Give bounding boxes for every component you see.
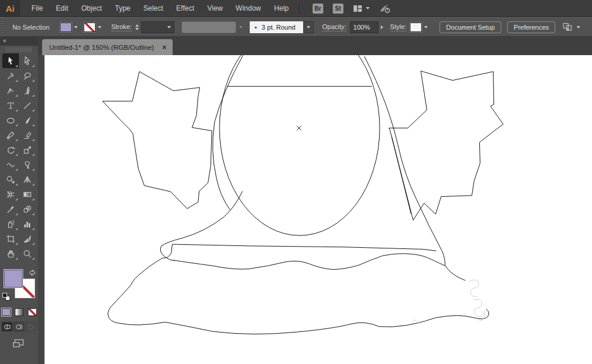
brush-preview-dropdown[interactable] — [182, 21, 236, 33]
chevron-down-icon[interactable] — [239, 26, 243, 28]
none-mode-button[interactable] — [28, 308, 37, 316]
stroke-width-field[interactable] — [141, 21, 174, 33]
left-neck-line — [213, 55, 244, 210]
control-bar-grip[interactable] — [0, 18, 4, 36]
chevron-down-icon[interactable] — [74, 26, 78, 28]
rotate-tool[interactable] — [2, 142, 19, 157]
menu-item-window[interactable]: Window — [229, 0, 268, 17]
hand-tool[interactable] — [2, 246, 19, 261]
fill-swatch[interactable] — [4, 269, 23, 288]
tab-close-icon[interactable]: × — [163, 44, 167, 51]
pencil-tool[interactable] — [2, 127, 19, 142]
screen-mode-button[interactable] — [0, 339, 38, 349]
ghost-squiggle-2 — [473, 299, 485, 317]
shelf-line — [172, 244, 436, 251]
selection-status: No Selection — [12, 24, 49, 31]
panel-collapse-button[interactable]: « — [0, 37, 38, 46]
menu-separator — [299, 3, 300, 14]
menu-item-help[interactable]: Help — [268, 0, 295, 17]
symbol-sprayer-tool[interactable] — [2, 216, 19, 231]
draw-normal-button[interactable] — [2, 322, 12, 331]
menu-items: FileEditObjectTypeSelectEffectViewWindow… — [25, 0, 295, 17]
type-tool[interactable] — [2, 98, 19, 113]
mesh-tool[interactable] — [2, 187, 19, 202]
chevron-down-icon[interactable] — [424, 26, 428, 28]
fill-color-swatch[interactable] — [60, 23, 72, 32]
column-graph-tool[interactable] — [19, 216, 36, 231]
lasso-tool[interactable] — [19, 68, 36, 83]
artboard-tool[interactable] — [2, 231, 19, 246]
menu-item-effect[interactable]: Effect — [170, 0, 200, 17]
panel-grip[interactable] — [6, 47, 32, 52]
workspace-layout-icon[interactable] — [353, 4, 370, 13]
document-tab[interactable]: Untitled-1* @ 150% (RGB/Outline) × — [42, 39, 173, 55]
chevron-down-icon[interactable] — [98, 26, 101, 28]
draw-behind-button[interactable] — [14, 322, 24, 331]
swap-fill-stroke-icon[interactable] — [28, 268, 36, 279]
ellipse-tool[interactable] — [2, 113, 19, 127]
document-tab-bar: Untitled-1* @ 150% (RGB/Outline) × — [38, 37, 592, 55]
chevron-down-icon — [167, 26, 171, 28]
right-star-spike-inner — [392, 137, 410, 213]
line-segment-tool[interactable] — [19, 98, 36, 113]
puppet-warp-tool[interactable] — [19, 157, 36, 172]
tools-panel: « — [0, 37, 38, 364]
preferences-button[interactable]: Preferences — [507, 21, 555, 33]
draw-inside-button[interactable] — [26, 322, 36, 331]
chevron-right-icon[interactable] — [381, 25, 383, 29]
artboard-canvas[interactable] — [44, 55, 592, 364]
brush-chevron-button[interactable] — [303, 21, 314, 33]
inner-wave-line — [173, 254, 445, 270]
document-setup-button[interactable]: Document Setup — [440, 21, 501, 33]
eraser-tool[interactable] — [19, 127, 36, 142]
style-label[interactable]: Style: — [390, 23, 407, 31]
menu-item-edit[interactable]: Edit — [49, 0, 75, 17]
default-fill-stroke-icon[interactable] — [2, 293, 10, 301]
stock-button[interactable]: St — [333, 4, 343, 14]
curvature-tool[interactable] — [2, 83, 19, 98]
gradient-mode-button[interactable] — [15, 308, 24, 316]
arrange-panel-icon[interactable] — [562, 23, 580, 32]
shape-builder-tool[interactable] — [2, 172, 19, 187]
brush-dot-icon: • — [254, 24, 257, 31]
menu-item-file[interactable]: File — [25, 0, 49, 17]
opacity-label[interactable]: Opacity: — [322, 23, 346, 31]
stroke-width-stepper[interactable] — [135, 24, 139, 30]
width-tool[interactable] — [2, 157, 19, 172]
chevron-down-icon — [577, 26, 580, 28]
outline-drawing — [44, 55, 592, 364]
document-tab-title: Untitled-1* @ 150% (RGB/Outline) — [49, 44, 154, 51]
color-mode-button[interactable] — [2, 308, 11, 316]
style-swatch[interactable] — [410, 23, 422, 32]
paintbrush-tool[interactable] — [19, 113, 36, 127]
cs-live-icon[interactable] — [379, 4, 391, 14]
pen-tool[interactable] — [19, 83, 36, 98]
left-flare-curve — [160, 191, 243, 260]
slice-tool[interactable] — [19, 231, 36, 246]
bridge-button[interactable]: Br — [313, 4, 323, 14]
draw-mode-row — [0, 322, 38, 331]
stroke-color-swatch[interactable] — [84, 23, 96, 32]
gradient-tool[interactable] — [19, 187, 36, 202]
body-blob — [108, 244, 489, 334]
blend-tool[interactable] — [19, 202, 36, 216]
center-mark — [297, 126, 301, 130]
eyedropper-tool[interactable] — [2, 202, 19, 216]
menu-item-view[interactable]: View — [201, 0, 230, 17]
brush-value: 3 pt. Round — [262, 24, 295, 31]
scale-tool[interactable] — [19, 142, 36, 157]
stroke-label[interactable]: Stroke: — [111, 23, 132, 31]
menu-item-select[interactable]: Select — [137, 0, 170, 17]
menu-item-type[interactable]: Type — [109, 0, 137, 17]
perspective-grid-tool[interactable] — [19, 172, 36, 187]
menu-item-object[interactable]: Object — [75, 0, 109, 17]
direct-selection-tool[interactable] — [19, 53, 36, 68]
chevron-down-icon — [366, 7, 370, 9]
head-ellipse — [219, 55, 380, 235]
menu-bar: Ai FileEditObjectTypeSelectEffectViewWin… — [0, 0, 592, 17]
magic-wand-tool[interactable] — [2, 68, 19, 83]
opacity-field[interactable]: 100% — [350, 21, 378, 33]
selection-tool[interactable] — [2, 53, 19, 68]
brush-definition-dropdown[interactable]: • 3 pt. Round — [250, 21, 303, 33]
zoom-tool[interactable] — [19, 246, 36, 261]
